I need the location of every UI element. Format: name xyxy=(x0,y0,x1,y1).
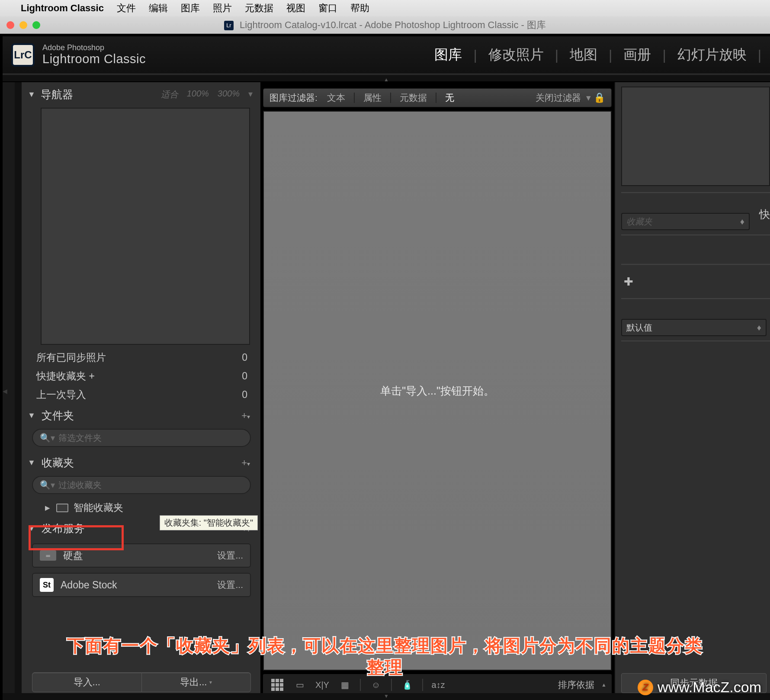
watermark-icon: Z xyxy=(638,680,653,695)
module-slideshow[interactable]: 幻灯片放映 xyxy=(666,45,758,64)
window-close-button[interactable] xyxy=(6,21,14,29)
sort-by-label[interactable]: 排序依据 xyxy=(558,679,594,691)
module-book[interactable]: 画册 xyxy=(612,45,662,64)
filter-attribute[interactable]: 属性 xyxy=(362,92,383,104)
collections-title: 收藏夹 xyxy=(42,456,74,470)
quick-develop-label: 快 xyxy=(753,205,770,224)
survey-view-icon[interactable]: ▦ xyxy=(336,678,354,692)
library-filter-bar: 图库过滤器: 文本 属性 元数据 无 关闭过滤器 ▾ 🔒 xyxy=(263,88,612,107)
sort-direction-icon[interactable]: a↕z xyxy=(429,678,447,692)
center-panel: 图库过滤器: 文本 属性 元数据 无 关闭过滤器 ▾ 🔒 单击"导入..."按钮… xyxy=(260,82,614,700)
people-view-icon[interactable]: ☺ xyxy=(367,678,385,692)
window-title: Lr Lightroom Catalog-v10.lrcat - Adobe P… xyxy=(0,19,770,32)
harddrive-icon: ═ xyxy=(40,550,56,561)
window-maximize-button[interactable] xyxy=(32,21,40,29)
grid-view-area[interactable]: 单击"导入..."按钮开始。 xyxy=(263,111,612,671)
filter-lock-icon[interactable]: 🔒 xyxy=(591,92,605,103)
add-keyword-button[interactable]: ✚ xyxy=(624,275,633,288)
module-develop[interactable]: 修改照片 xyxy=(477,45,555,64)
publish-header[interactable]: ▼ 发布服务 +▾ 收藏夹集: "智能收藏夹" xyxy=(15,517,260,540)
menu-library[interactable]: 图库 xyxy=(181,2,200,15)
filter-close[interactable]: 关闭过滤器 xyxy=(536,92,581,104)
brand-small: Adobe Photoshop xyxy=(42,44,146,52)
publish-adobestock-setup[interactable]: 设置... xyxy=(217,579,243,591)
spray-can-icon[interactable]: 🧴 xyxy=(398,678,416,692)
window-titlebar: Lr Lightroom Catalog-v10.lrcat - Adobe P… xyxy=(0,16,770,34)
filter-metadata[interactable]: 元数据 xyxy=(398,92,429,104)
publish-adobestock[interactable]: St Adobe Stock 设置... xyxy=(32,573,251,597)
collections-header[interactable]: ▼ 收藏夹 +▾ xyxy=(15,451,260,474)
import-button[interactable]: 导入... xyxy=(32,672,142,692)
publish-harddrive-setup[interactable]: 设置... xyxy=(217,549,243,562)
zoom-dropdown-icon[interactable]: ▾ xyxy=(248,89,253,100)
collection-set-icon xyxy=(56,504,68,512)
catalog-last-import[interactable]: 上一次导入 0 xyxy=(15,385,260,404)
chevron-right-icon: ▶ xyxy=(45,504,50,512)
bottom-toolbar: ▭ X|Y ▦ ☺ 🧴 a↕z 排序依据 ▲ xyxy=(263,674,612,696)
chevron-down-icon: ▼ xyxy=(28,90,35,99)
folders-filter-input[interactable]: 🔍▾ 筛选文件夹 xyxy=(32,429,251,447)
window-minimize-button[interactable] xyxy=(19,21,27,29)
mac-menubar: Lightroom Classic 文件 编辑 图库 照片 元数据 视图 窗口 … xyxy=(0,0,770,16)
collections-filter-input[interactable]: 🔍▾ 过滤收藏夹 xyxy=(32,476,251,494)
empty-hint: 单击"导入..."按钮开始。 xyxy=(380,384,494,398)
chevron-down-icon: ▼ xyxy=(28,458,35,467)
compare-view-icon[interactable]: X|Y xyxy=(313,678,331,692)
search-icon: 🔍▾ xyxy=(40,433,55,443)
filter-label: 图库过滤器: xyxy=(270,92,318,104)
menu-metadata[interactable]: 元数据 xyxy=(245,2,273,15)
module-library[interactable]: 图库 xyxy=(423,45,473,64)
smart-collections-item[interactable]: ▶ 智能收藏夹 xyxy=(15,498,260,517)
menu-edit[interactable]: 编辑 xyxy=(149,2,168,15)
metadata-preset-dropdown[interactable]: 默认值♦ xyxy=(621,319,767,336)
brand-large: Lightroom Classic xyxy=(42,52,146,66)
publish-harddrive[interactable]: ═ 硬盘 设置... xyxy=(32,543,251,568)
collections-tooltip: 收藏夹集: "智能收藏夹" xyxy=(160,515,258,530)
navigator-title: 导航器 xyxy=(41,87,73,102)
watermark: Z www.MacZ.com xyxy=(638,679,761,696)
export-button[interactable]: 导出...▾ xyxy=(142,672,251,692)
toolbar-more-icon[interactable]: ▲ xyxy=(601,682,606,688)
histogram[interactable] xyxy=(621,87,770,186)
chevron-down-icon: ▼ xyxy=(28,411,35,420)
app-header: LrC Adobe Photoshop Lightroom Classic 图库… xyxy=(3,36,770,74)
zoom-300[interactable]: 300% xyxy=(218,89,240,100)
left-panel: ▼ 导航器 适合 100% 300% ▾ 所有已同步照片 0 xyxy=(15,82,260,700)
zoom-100[interactable]: 100% xyxy=(187,89,209,100)
center-handle-top[interactable]: ▲ xyxy=(3,75,770,81)
folders-header[interactable]: ▼ 文件夹 +▾ xyxy=(15,404,260,427)
catalog-quick-collection[interactable]: 快捷收藏夹 + 0 xyxy=(15,367,260,385)
search-icon: 🔍▾ xyxy=(40,480,55,490)
loupe-view-icon[interactable]: ▭ xyxy=(291,678,309,692)
grid-view-icon[interactable] xyxy=(268,678,286,692)
app-icon: Lr xyxy=(224,21,234,30)
menu-window[interactable]: 窗口 xyxy=(318,2,337,15)
menu-file[interactable]: 文件 xyxy=(117,2,136,15)
zoom-fit[interactable]: 适合 xyxy=(161,89,178,100)
publish-title: 发布服务 xyxy=(42,521,85,536)
filter-none[interactable]: 无 xyxy=(443,92,456,104)
menu-view[interactable]: 视图 xyxy=(286,2,305,15)
module-map[interactable]: 地图 xyxy=(558,45,609,64)
collection-preset-dropdown[interactable]: 收藏夹♦ xyxy=(621,213,750,230)
folders-add-button[interactable]: +▾ xyxy=(241,410,253,421)
folders-title: 文件夹 xyxy=(42,408,74,423)
menu-photo[interactable]: 照片 xyxy=(213,2,232,15)
left-panel-collapse[interactable]: ◀ xyxy=(3,82,15,700)
adobestock-icon: St xyxy=(40,578,54,592)
chevron-down-icon: ▼ xyxy=(28,524,35,533)
menu-app-name[interactable]: Lightroom Classic xyxy=(21,3,104,14)
menu-help[interactable]: 帮助 xyxy=(350,2,369,15)
collections-add-button[interactable]: +▾ xyxy=(241,457,253,469)
navigator-preview[interactable] xyxy=(41,108,250,345)
filter-text[interactable]: 文本 xyxy=(325,92,347,104)
navigator-header[interactable]: ▼ 导航器 适合 100% 300% ▾ xyxy=(15,82,260,106)
filter-preset-dropdown[interactable]: ▾ xyxy=(586,93,591,103)
catalog-synced-photos[interactable]: 所有已同步照片 0 xyxy=(15,348,260,367)
lrc-logo-icon: LrC xyxy=(11,43,35,67)
right-panel: 收藏夹♦ 快 ✚ 默认值♦ 同步元数据 xyxy=(614,82,770,700)
